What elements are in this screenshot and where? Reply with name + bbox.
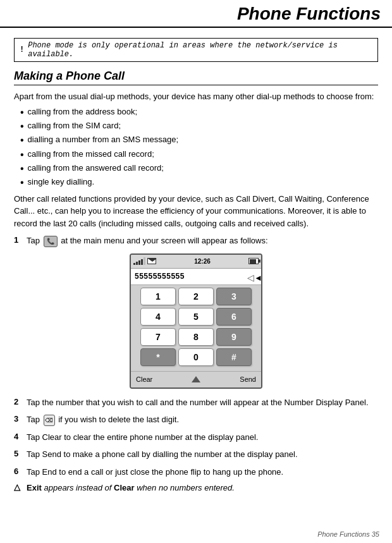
page-header: Phone Functions [0, 0, 392, 28]
section-heading: Making a Phone Call [14, 70, 378, 85]
backspace-icon[interactable]: ◄ [247, 272, 257, 280]
step-3: 3 Tap ⌫ if you wish to delete the last d… [14, 413, 378, 426]
key-row-1: 1 2 3 [133, 288, 259, 305]
key-2[interactable]: 2 [178, 288, 214, 305]
battery-icon [248, 258, 259, 264]
step-2-num: 2 [14, 397, 23, 406]
note-text: Exit appears instead of Clear when no nu… [27, 482, 235, 494]
note-clear-label: Clear [114, 483, 135, 492]
status-icons-left [133, 257, 156, 265]
signal-bars-icon [133, 257, 145, 265]
phone-simulator-wrapper: 12:26 55555555555 ◄ 1 2 3 [14, 253, 378, 389]
key-3[interactable]: 3 [216, 288, 252, 305]
key-star[interactable]: * [140, 348, 176, 366]
intro-text: Apart from the usual dial-up methods, yo… [14, 90, 378, 103]
key-row-4: * 0 # [133, 348, 259, 366]
step-1-text: Tap 📞 at the main menu and your screen w… [27, 235, 378, 247]
delete-digit-icon: ⌫ [44, 415, 55, 426]
phone-simulator: 12:26 55555555555 ◄ 1 2 3 [130, 253, 262, 389]
list-item: calling from the SIM card; [20, 119, 378, 133]
dialed-number: 55555555555 [135, 272, 185, 281]
note-marker: △ [14, 482, 23, 492]
step-5-num: 5 [14, 449, 23, 458]
list-item: dialling a number from an SMS message; [20, 133, 378, 147]
list-item: single key dialling. [20, 176, 378, 190]
clear-button[interactable]: Clear [136, 375, 152, 383]
content-area: ! Phone mode is only operational in area… [0, 28, 392, 516]
page-footer: Phone Functions 35 [317, 530, 379, 538]
step-6-text: Tap End to end a call or just close the … [27, 466, 378, 479]
body-paragraph: Other call related functions provided by… [14, 193, 378, 230]
bullet-list: calling from the address book; calling f… [20, 106, 378, 190]
keypad: 1 2 3 4 5 6 7 8 9 * 0 # [131, 285, 261, 371]
key-6[interactable]: 6 [216, 308, 252, 326]
key-5[interactable]: 5 [178, 308, 214, 326]
step-4-text: Tap Clear to clear the entire phone numb… [27, 431, 378, 444]
key-7[interactable]: 7 [140, 328, 176, 346]
step-5: 5 Tap Send to make a phone call by diall… [14, 448, 378, 461]
key-9[interactable]: 9 [216, 328, 252, 346]
warning-exclaim: ! [20, 46, 24, 54]
step-3-text: Tap ⌫ if you wish to delete the last dig… [27, 413, 378, 426]
key-4[interactable]: 4 [140, 308, 176, 326]
status-bar: 12:26 [131, 255, 261, 269]
list-item: calling from the address book; [20, 106, 378, 119]
step-4-num: 4 [14, 432, 23, 441]
warning-box: ! Phone mode is only operational in area… [14, 38, 378, 62]
key-row-3: 7 8 9 [133, 328, 259, 346]
step-6-num: 6 [14, 467, 23, 476]
key-8[interactable]: 8 [178, 328, 214, 346]
step-2-text: Tap the number that you wish to call and… [27, 396, 378, 409]
step-2: 2 Tap the number that you wish to call a… [14, 396, 378, 409]
step-1: 1 Tap 📞 at the main menu and your screen… [14, 235, 378, 247]
warning-text: Phone mode is only operational in areas … [28, 41, 372, 59]
step-4: 4 Tap Clear to clear the entire phone nu… [14, 431, 378, 444]
send-button[interactable]: Send [240, 375, 256, 383]
list-item: calling from the missed call record; [20, 148, 378, 162]
note-line: △ Exit appears instead of Clear when no … [14, 482, 378, 494]
page-title: Phone Functions [11, 4, 381, 24]
key-1[interactable]: 1 [140, 288, 176, 305]
key-row-2: 4 5 6 [133, 308, 259, 326]
step-3-num: 3 [14, 414, 23, 424]
phone-menu-icon: 📞 [44, 236, 58, 247]
bottom-bar: Clear Send [131, 371, 261, 387]
status-icons-right [248, 258, 259, 264]
key-0[interactable]: 0 [178, 348, 214, 366]
step-5-text: Tap Send to make a phone call by diallin… [27, 448, 378, 461]
envelope-icon [147, 258, 156, 264]
time-display: 12:26 [194, 258, 211, 265]
note-exit-label: Exit [27, 483, 42, 492]
key-hash[interactable]: # [216, 348, 252, 366]
step-1-num: 1 [14, 235, 23, 245]
number-display: 55555555555 ◄ [131, 269, 261, 285]
list-item: calling from the answered call record; [20, 162, 378, 176]
step-6: 6 Tap End to end a call or just close th… [14, 466, 378, 479]
up-arrow-icon [192, 376, 200, 382]
